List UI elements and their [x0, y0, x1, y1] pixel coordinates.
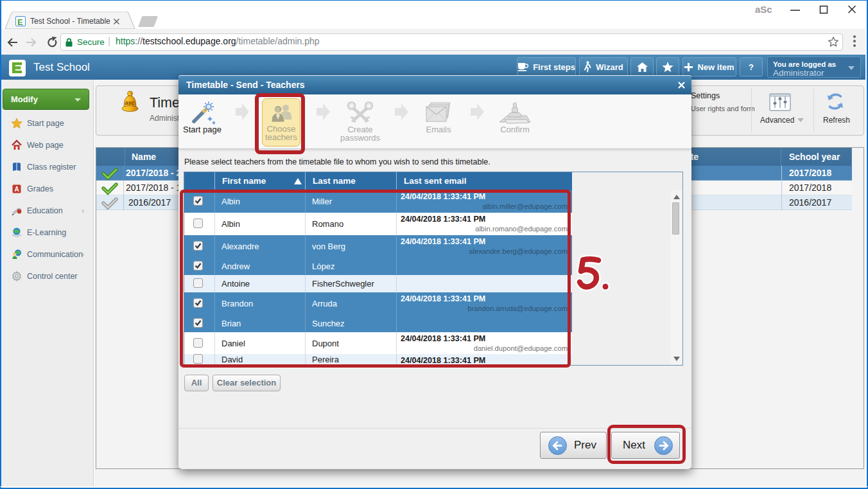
svg-text:A: A — [14, 186, 19, 193]
svg-text:asc: asc — [125, 100, 134, 106]
